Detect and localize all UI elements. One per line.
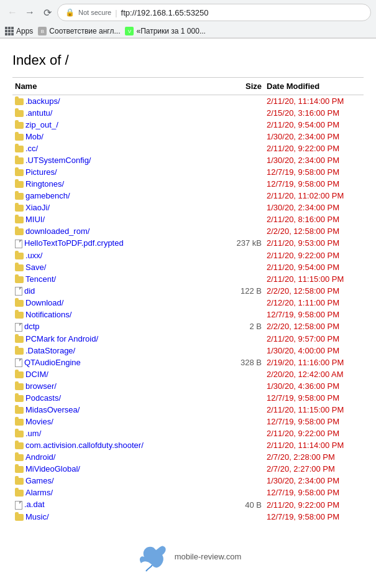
file-link[interactable]: dctp [24, 322, 40, 331]
file-link[interactable]: .um/ [25, 429, 41, 438]
file-link[interactable]: .UTSystemConfig/ [25, 156, 91, 165]
file-link[interactable]: zip_out_/ [25, 120, 58, 129]
watermark-bird-icon [135, 541, 172, 572]
file-link[interactable]: Download/ [25, 298, 63, 307]
file-link[interactable]: Save/ [25, 263, 46, 272]
file-link[interactable]: browser/ [25, 381, 57, 391]
name-cell: Tencent/ [12, 273, 214, 285]
table-row: .backups/2/11/20, 11:14:00 PM [12, 95, 364, 108]
name-cell: QTAudioEngine [12, 357, 214, 369]
file-link[interactable]: .antutu/ [25, 108, 52, 118]
lock-icon: 🔒 [65, 8, 75, 17]
file-shape [15, 358, 22, 367]
file-link[interactable]: Podcasts/ [25, 393, 61, 403]
file-link[interactable]: Music/ [25, 512, 49, 521]
file-link[interactable]: .DataStorage/ [25, 346, 75, 355]
size-cell: 122 B [214, 285, 264, 297]
file-icon [15, 238, 24, 248]
name-cell: Podcasts/ [12, 392, 214, 404]
folder-shape [15, 478, 24, 485]
file-link[interactable]: Movies/ [25, 417, 53, 426]
date-cell: 2/11/20, 9:22:00 PM [264, 427, 364, 439]
file-link[interactable]: MiVideoGlobal/ [25, 464, 80, 474]
folder-shape [15, 383, 24, 390]
table-row: .antutu/2/15/20, 3:16:00 PM [12, 107, 364, 119]
folder-shape [15, 205, 24, 212]
date-cell: 12/7/19, 9:58:00 PM [264, 309, 364, 320]
name-cell: did [12, 285, 214, 297]
date-cell: 2/2/20, 12:58:00 PM [264, 285, 364, 297]
folder-shape [15, 312, 24, 319]
bookmark-2-favicon: V [125, 27, 134, 35]
file-link[interactable]: Notifications/ [25, 310, 71, 319]
folder-shape [15, 300, 24, 307]
folder-icon [15, 179, 25, 189]
folder-icon [15, 464, 25, 474]
date-cell: 1/30/20, 4:36:00 PM [264, 380, 364, 392]
bookmark-2[interactable]: V «Патрики за 1 000... [125, 27, 205, 35]
size-cell: 40 B [214, 498, 264, 511]
name-cell: Pictures/ [12, 166, 214, 178]
file-link[interactable]: MidasOversea/ [25, 405, 80, 414]
name-cell: MiVideoGlobal/ [12, 463, 214, 475]
file-link[interactable]: .backups/ [25, 96, 60, 106]
date-cell: 2/7/20, 2:27:00 PM [264, 463, 364, 475]
reload-button[interactable]: ⟳ [40, 5, 55, 20]
file-link[interactable]: Android/ [25, 452, 55, 462]
watermark-text: mobile-review.com [175, 552, 242, 561]
size-cell [214, 178, 264, 190]
name-cell: .antutu/ [12, 107, 214, 119]
file-link[interactable]: .uxx/ [25, 251, 42, 260]
file-link[interactable]: HelloTextToPDF.pdf.crypted [24, 238, 124, 248]
date-cell: 2/11/20, 9:22:00 PM [264, 498, 364, 511]
file-link[interactable]: com.activision.callofduty.shooter/ [25, 441, 144, 450]
file-link[interactable]: XiaoJi/ [25, 203, 50, 212]
size-cell [214, 439, 264, 451]
file-link[interactable]: Tencent/ [25, 274, 56, 284]
file-link[interactable]: .cc/ [25, 144, 38, 153]
table-row: did122 B2/2/20, 12:58:00 PM [12, 285, 364, 297]
size-cell [214, 166, 264, 178]
date-cell: 2/2/20, 12:58:00 PM [264, 225, 364, 237]
folder-icon [15, 144, 25, 153]
folder-icon [15, 346, 25, 355]
file-link[interactable]: Mob/ [25, 132, 44, 141]
file-link[interactable]: did [24, 286, 35, 296]
table-row: browser/1/30/20, 4:36:00 PM [12, 380, 364, 392]
name-cell: Alarms/ [12, 487, 214, 498]
name-cell: gamebench/ [12, 190, 214, 202]
size-cell [214, 463, 264, 475]
file-link[interactable]: Pictures/ [25, 167, 57, 177]
forward-button[interactable]: → [22, 5, 37, 20]
file-link[interactable]: .a.dat [24, 500, 45, 509]
size-cell [214, 416, 264, 427]
file-link[interactable]: gamebench/ [25, 191, 70, 200]
table-row: gamebench/2/11/20, 11:02:00 PM [12, 190, 364, 202]
file-link[interactable]: Alarms/ [25, 488, 53, 497]
folder-shape [15, 395, 24, 402]
file-link[interactable]: QTAudioEngine [24, 358, 81, 367]
folder-icon [15, 417, 25, 426]
back-button[interactable]: ← [5, 5, 20, 20]
table-row: PCMark for Android/2/11/20, 9:57:00 PM [12, 333, 364, 345]
folder-icon [15, 452, 25, 462]
name-cell: DCIM/ [12, 368, 214, 380]
folder-icon [15, 226, 25, 236]
file-link[interactable]: DCIM/ [25, 370, 48, 379]
file-link[interactable]: PCMark for Android/ [25, 334, 98, 343]
file-link[interactable]: Games/ [25, 476, 54, 485]
folder-shape [15, 336, 24, 343]
apps-bookmark[interactable]: Apps [5, 27, 33, 35]
file-link[interactable]: MIUI/ [25, 215, 45, 224]
table-row: com.activision.callofduty.shooter/2/11/2… [12, 439, 364, 451]
file-link[interactable]: Ringtones/ [25, 179, 64, 189]
name-cell: MidasOversea/ [12, 404, 214, 416]
folder-icon [15, 488, 25, 497]
file-link[interactable]: downloaded_rom/ [25, 226, 89, 236]
address-bar[interactable]: 🔒 Not secure | ftp://192.168.1.65:53250 [57, 4, 371, 21]
bookmark-1[interactable]: B Соответствие англ... [38, 27, 120, 35]
separator: | [115, 8, 117, 17]
table-row: Tencent/2/11/20, 11:15:00 PM [12, 273, 364, 285]
table-row: Save/2/11/20, 9:54:00 PM [12, 261, 364, 273]
file-shape [15, 240, 22, 248]
